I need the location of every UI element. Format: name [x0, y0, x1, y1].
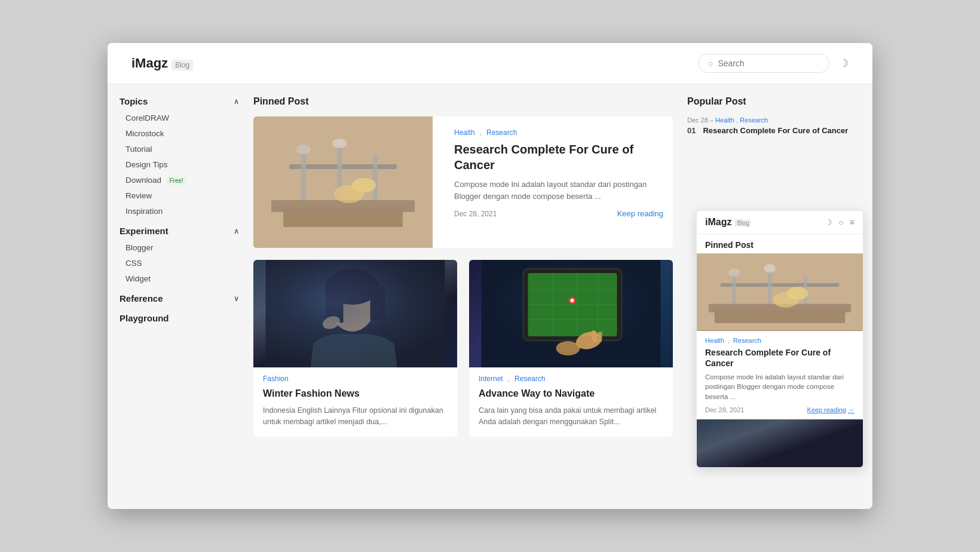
- mini-logo-text: iMagz: [705, 217, 731, 228]
- svg-rect-38: [768, 270, 771, 307]
- mini-post-excerpt: Compose mode Ini adalah layout standar d…: [705, 372, 855, 401]
- post-categories: Health , Research: [454, 128, 663, 137]
- experiment-list: Blogger CSS Widget: [120, 242, 239, 284]
- sidebar-item-coreldraw[interactable]: CorelDRAW: [125, 114, 169, 122]
- mini-header-icons: ☽ ○ ≡: [825, 217, 855, 227]
- sidebar-item-widget[interactable]: Widget: [125, 274, 151, 283]
- experiment-heading[interactable]: Experiment ∧: [120, 226, 239, 236]
- fashion-categories: Fashion: [263, 375, 448, 383]
- category-internet[interactable]: Internet: [479, 375, 503, 383]
- mini-search-icon[interactable]: ○: [838, 217, 843, 227]
- pinned-post-date: Dec 28, 2021: [454, 210, 497, 218]
- popular-post-title: Research Complete For Cure of Cancer: [703, 126, 848, 136]
- list-item[interactable]: Download Free!: [125, 174, 239, 185]
- pinned-post-content: Health , Research Research Complete For …: [445, 116, 673, 248]
- mini-window: iMagz Blog ☽ ○ ≡ Pinned Post: [696, 210, 863, 468]
- mini-post-footer: Dec 28, 2021 Keep reading →: [705, 406, 855, 413]
- sidebar-item-download[interactable]: Download: [125, 176, 161, 185]
- topics-list: CorelDRAW Microstock Tutorial Design Tip…: [120, 112, 239, 216]
- svg-rect-2: [301, 152, 306, 200]
- svg-rect-0: [253, 116, 433, 248]
- mini-logo-badge: Blog: [734, 219, 751, 227]
- popular-post-meta: Dec 28 – Health , Research: [687, 116, 848, 124]
- fashion-post-title: Winter Fashion News: [263, 388, 448, 400]
- header: iMagz Blog ○ ☽: [108, 43, 872, 84]
- playground-heading[interactable]: Playground: [120, 313, 239, 323]
- navigate-post-excerpt: Cara lain yang bisa anda pakai untuk mem…: [479, 405, 663, 428]
- search-input[interactable]: [718, 59, 819, 68]
- svg-point-45: [787, 287, 808, 300]
- fashion-post-content: Fashion Winter Fashion News Indonesia En…: [253, 367, 457, 437]
- mini-lab-svg: [697, 253, 863, 331]
- mini-keep-reading-link[interactable]: Keep reading →: [807, 406, 855, 413]
- reference-heading[interactable]: Reference ∨: [120, 293, 239, 303]
- search-box[interactable]: ○: [698, 54, 829, 73]
- svg-rect-37: [733, 274, 736, 307]
- keep-reading-link[interactable]: Keep reading: [617, 209, 663, 218]
- category-health[interactable]: Health: [454, 128, 475, 137]
- sidebar-item-review[interactable]: Review: [125, 191, 152, 200]
- header-right: ○ ☽: [698, 54, 849, 73]
- category-research[interactable]: Research: [486, 128, 517, 137]
- search-icon: ○: [708, 59, 713, 68]
- popular-post-row: 01 Research Complete For Cure of Cancer: [687, 126, 848, 136]
- mini-cat2: Research: [733, 337, 761, 344]
- pinned-post-excerpt: Compose mode Ini adalah layout standar d…: [454, 179, 663, 202]
- posts-grid: Fashion Winter Fashion News Indonesia En…: [253, 260, 673, 437]
- popular-post-details: Dec 28 – Health , Research 01 Research C…: [687, 116, 848, 136]
- fashion-post-excerpt: Indonesia English Lainnya Fitur opsional…: [263, 405, 448, 428]
- sidebar-item-blogger[interactable]: Blogger: [125, 243, 154, 252]
- topics-heading[interactable]: Topics ∧: [120, 96, 239, 106]
- popular-cat1: Health: [715, 116, 734, 124]
- svg-point-10: [352, 178, 376, 192]
- svg-point-41: [764, 264, 776, 272]
- mini-logo: iMagz Blog: [705, 217, 751, 228]
- category-research2[interactable]: Research: [514, 375, 545, 383]
- list-item[interactable]: CSS: [125, 257, 239, 268]
- tablet-post-image: [469, 260, 673, 367]
- mini-moon-icon[interactable]: ☽: [825, 217, 832, 227]
- list-item[interactable]: Widget: [125, 273, 239, 284]
- list-item[interactable]: Design Tips: [125, 159, 239, 170]
- sidebar-section-playground: Playground: [120, 313, 239, 323]
- sidebar-section-reference: Reference ∨: [120, 293, 239, 303]
- pinned-section-title: Pinned Post: [253, 96, 673, 107]
- lab-svg: [253, 116, 433, 248]
- pinned-post-image: [253, 116, 433, 248]
- list-item[interactable]: Inspiration: [125, 206, 239, 216]
- sidebar-item-css[interactable]: CSS: [125, 259, 142, 268]
- popular-post-date: Dec 28: [687, 116, 708, 124]
- mini-section-title: Pinned Post: [697, 234, 863, 253]
- popular-post-item: Dec 28 – Health , Research 01 Research C…: [687, 116, 855, 144]
- moon-icon[interactable]: ☽: [839, 57, 849, 70]
- mini-post-categories: Health , Research: [705, 337, 855, 344]
- sidebar-item-tutorial[interactable]: Tutorial: [125, 145, 152, 154]
- svg-point-6: [332, 139, 347, 148]
- list-item[interactable]: Tutorial: [125, 143, 239, 154]
- list-item[interactable]: Microstock: [125, 128, 239, 139]
- sidebar-item-inspiration[interactable]: Inspiration: [125, 207, 163, 216]
- category-fashion[interactable]: Fashion: [263, 375, 289, 383]
- list-item[interactable]: CorelDRAW: [125, 112, 239, 123]
- experiment-chevron: ∧: [234, 227, 239, 235]
- free-badge: Free!: [167, 177, 186, 185]
- navigate-post-title: Advance Way to Navigate: [479, 388, 663, 400]
- mini-post-image: [697, 253, 863, 331]
- svg-point-32: [556, 341, 580, 355]
- mini-menu-icon[interactable]: ≡: [850, 217, 855, 227]
- post-card-fashion: Fashion Winter Fashion News Indonesia En…: [253, 260, 457, 437]
- mini-cat1: Health: [705, 337, 724, 344]
- svg-point-5: [296, 145, 311, 154]
- sidebar-item-design-tips[interactable]: Design Tips: [125, 160, 168, 169]
- cat-sep2: ,: [508, 375, 510, 383]
- list-item[interactable]: Review: [125, 190, 239, 201]
- main-content: Pinned Post: [253, 96, 673, 437]
- fashion-post-image: [253, 260, 457, 367]
- logo-text: iMagz: [131, 56, 168, 71]
- svg-point-30: [571, 299, 574, 302]
- list-item[interactable]: Blogger: [125, 242, 239, 253]
- tablet-svg: [469, 260, 673, 367]
- sidebar-item-microstock[interactable]: Microstock: [125, 129, 164, 138]
- pinned-post-large: Health , Research Research Complete For …: [253, 116, 673, 248]
- sidebar-section-experiment: Experiment ∧ Blogger CSS Widget: [120, 226, 239, 284]
